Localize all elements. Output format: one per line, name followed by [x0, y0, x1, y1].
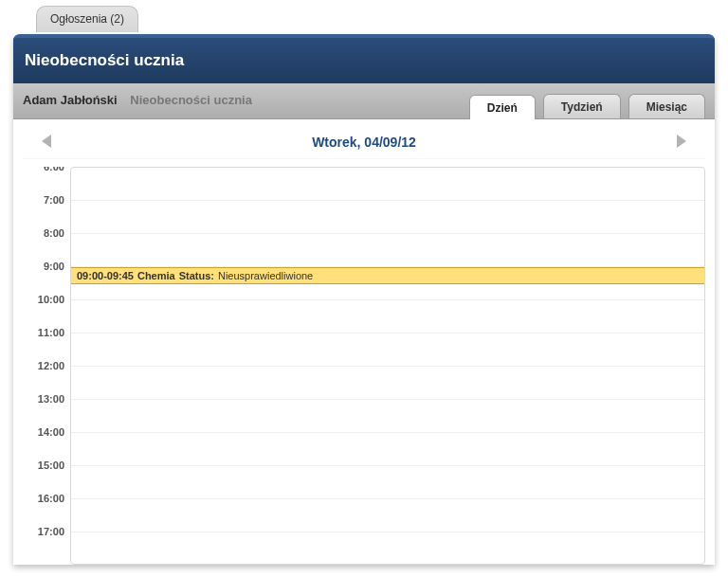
grid-row — [71, 433, 704, 466]
grid-row — [71, 234, 704, 267]
tab-day[interactable]: Dzień — [469, 95, 536, 119]
announcements-tab[interactable]: Ogłoszenia (2) — [36, 6, 138, 32]
hour-label: 17:00 — [23, 526, 70, 559]
grid-row — [71, 532, 704, 565]
hour-label: 7:00 — [23, 194, 70, 227]
date-label: Wtorek, 04/09/12 — [312, 135, 416, 150]
grid-row — [71, 168, 704, 201]
grid-row — [71, 201, 704, 234]
hour-label: 12:00 — [23, 360, 70, 393]
hour-label: 15:00 — [23, 460, 70, 493]
breadcrumb-student: Adam Jabłoński — [23, 93, 118, 107]
date-nav: Wtorek, 04/09/12 — [23, 125, 705, 159]
breadcrumb: Adam Jabłoński Nieobecności ucznia — [23, 93, 252, 107]
hour-label: 6:00 — [23, 167, 70, 194]
top-tab-area: Ogłoszenia (2) — [0, 0, 728, 34]
grid-row — [71, 334, 704, 367]
event-subject: Chemia — [137, 270, 175, 281]
hour-label: 10:00 — [23, 294, 70, 327]
tab-week[interactable]: Tydzień — [543, 94, 621, 118]
next-day-arrow[interactable] — [677, 135, 686, 148]
hour-label: 16:00 — [23, 493, 70, 526]
main-panel: Nieobecności ucznia Adam Jabłoński Nieob… — [13, 34, 715, 565]
hour-label: 11:00 — [23, 327, 70, 360]
event-time: 09:00-09:45 — [77, 270, 134, 281]
event-status-value: Nieusprawiedliwione — [218, 270, 313, 281]
tab-month[interactable]: Miesiąc — [628, 94, 705, 118]
grid-row — [71, 400, 704, 433]
prev-day-arrow[interactable] — [42, 135, 51, 148]
calendar: 6:00 7:00 8:00 9:00 10:00 11:00 12:00 13… — [23, 167, 705, 565]
day-grid[interactable]: 09:00-09:45 Chemia Status: Nieusprawiedl… — [70, 167, 705, 565]
view-tabs: Dzień Tydzień Miesiąc — [469, 94, 705, 118]
absence-event[interactable]: 09:00-09:45 Chemia Status: Nieusprawiedl… — [71, 267, 704, 284]
hour-label: 9:00 — [23, 261, 70, 294]
time-column: 6:00 7:00 8:00 9:00 10:00 11:00 12:00 13… — [23, 167, 70, 565]
event-status-label: Status: — [179, 270, 214, 281]
grid-row — [71, 300, 704, 334]
hour-label: 13:00 — [23, 393, 70, 426]
grid-row — [71, 499, 704, 532]
grid-row — [71, 466, 704, 499]
grid-row — [71, 367, 704, 400]
content: Wtorek, 04/09/12 6:00 7:00 8:00 9:00 10:… — [13, 119, 715, 565]
breadcrumb-page: Nieobecności ucznia — [130, 93, 252, 107]
subheader: Adam Jabłoński Nieobecności ucznia Dzień… — [13, 83, 715, 119]
hour-label: 14:00 — [23, 426, 70, 460]
hour-label: 8:00 — [23, 227, 70, 261]
page-title: Nieobecności ucznia — [13, 34, 715, 83]
